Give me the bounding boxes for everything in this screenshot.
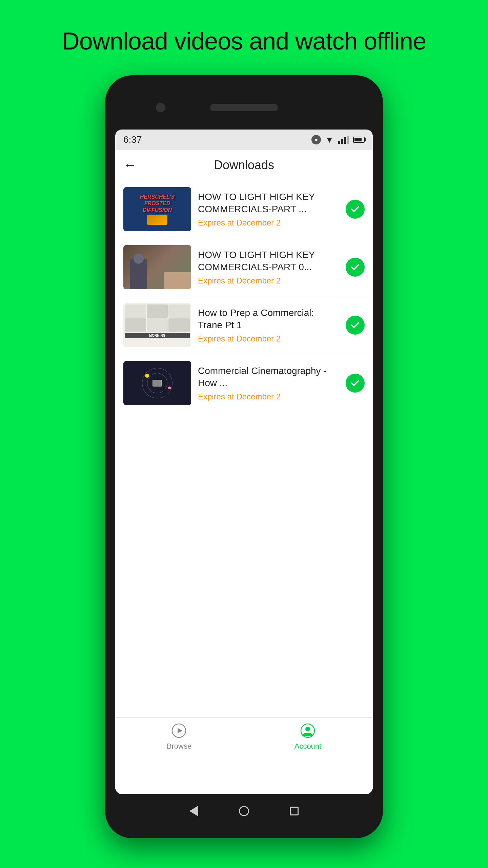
check-badge-3 [346,316,365,335]
media-icon: ● [311,135,321,144]
video-info-3: How to Prep a Commercial: Trane Pt 1 Exp… [198,307,339,344]
video-info-1: HOW TO LIGHT HIGH KEY COMMERCIALS-PART .… [198,191,339,228]
list-item[interactable]: MORNING How to Prep a Commercial: Trane … [115,296,373,354]
download-list: Herschel'sFrostedDiffusion HOW TO LIGHT … [115,180,373,412]
check-badge-1 [346,200,365,219]
phone-bottom-bezel [115,794,373,828]
list-item[interactable]: Commercial Cinematography - How ... Expi… [115,354,373,412]
app-content: ← Downloads Herschel'sFrostedDiffusion H… [115,150,373,794]
video-title-2: HOW TO LIGHT HIGH KEY COMMERCIALS-PART 0… [198,249,339,274]
video-thumbnail-4 [123,361,191,405]
video-expires-2: Expires at December 2 [198,276,339,285]
nav-item-browse[interactable]: Browse [167,722,191,751]
account-icon [299,722,316,739]
video-expires-4: Expires at December 2 [198,392,339,401]
phone-shell: 6:37 ● ▼ ← Downloads [105,75,383,838]
status-icons: ● ▼ [311,135,365,145]
signal-icon [338,136,349,144]
nav-home-button[interactable] [239,806,249,816]
browse-label: Browse [167,742,191,751]
svg-point-3 [305,727,310,731]
phone-screen: 6:37 ● ▼ ← Downloads [115,130,373,794]
status-bar: 6:37 ● ▼ [115,130,373,150]
battery-icon [353,137,365,143]
video-info-4: Commercial Cinematography - How ... Expi… [198,365,339,402]
nav-item-account[interactable]: Account [294,722,322,751]
phone-camera [156,103,165,112]
phone-speaker [210,104,278,111]
list-item[interactable]: Herschel'sFrostedDiffusion HOW TO LIGHT … [115,180,373,238]
header-title: Downloads [214,158,274,172]
video-info-2: HOW TO LIGHT HIGH KEY COMMERCIALS-PART 0… [198,249,339,286]
video-thumbnail-1: Herschel'sFrostedDiffusion [123,187,191,231]
wifi-icon: ▼ [325,135,334,145]
video-title-3: How to Prep a Commercial: Trane Pt 1 [198,307,339,332]
browse-icon [170,722,187,739]
video-thumbnail-3: MORNING [123,303,191,347]
bottom-nav: Browse Account [115,717,373,755]
back-button[interactable]: ← [123,157,137,173]
status-time: 6:37 [123,134,142,145]
svg-marker-1 [178,728,182,733]
nav-recent-button[interactable] [290,807,299,815]
nav-back-button[interactable] [189,806,198,816]
check-badge-2 [346,258,365,277]
video-title-1: HOW TO LIGHT HIGH KEY COMMERCIALS-PART .… [198,191,339,216]
account-label: Account [294,742,322,751]
app-header: ← Downloads [115,150,373,180]
phone-top-bezel [115,85,373,130]
video-expires-1: Expires at December 2 [198,218,339,228]
page-headline: Download videos and watch offline [62,27,426,55]
video-title-4: Commercial Cinematography - How ... [198,365,339,390]
list-item[interactable]: HOW TO LIGHT HIGH KEY COMMERCIALS-PART 0… [115,238,373,296]
video-thumbnail-2 [123,245,191,289]
check-badge-4 [346,374,365,393]
video-expires-3: Expires at December 2 [198,334,339,343]
